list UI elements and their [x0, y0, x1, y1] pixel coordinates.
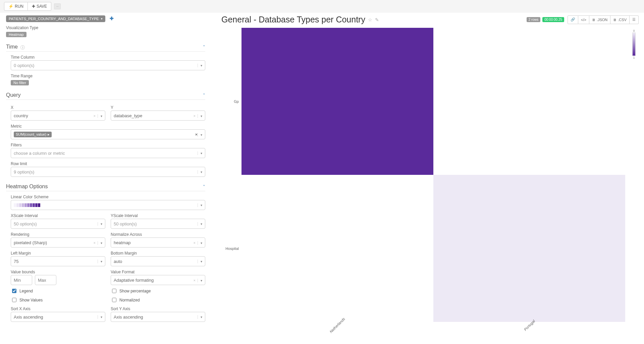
resize-toggle-icon[interactable]: ↔ [54, 3, 61, 9]
rendering-select[interactable]: pixelated (Sharp) ×▾ [11, 237, 105, 248]
chart-title-text: General - Database Types per Country [221, 15, 365, 24]
color-swatches [14, 202, 40, 209]
legend: 0 1 [629, 28, 639, 322]
section-time-title: Time [6, 44, 18, 50]
csv-label: .CSV [618, 18, 627, 22]
normalize-label: Normalize Across [111, 232, 205, 237]
chevron-down-icon: ▾ [198, 315, 202, 319]
x-value: country [14, 113, 28, 118]
colorscheme-select[interactable]: ▾ [11, 200, 205, 210]
sorty-label: Sort Y Axis [111, 306, 205, 311]
bottommargin-select[interactable]: auto ▾ [111, 256, 205, 266]
normalize-select[interactable]: heatmap ×▾ [111, 237, 205, 248]
x-label-0: Netherlands [241, 322, 433, 339]
xscale-value: 50 option(s) [14, 221, 37, 226]
showpct-checkbox[interactable]: Show percentage [111, 288, 205, 294]
clear-icon[interactable]: × [94, 241, 96, 245]
showvals-checkbox[interactable]: Show Values [11, 297, 105, 303]
link-button[interactable]: 🔗 [568, 15, 578, 24]
datasource-row: PATIENTS_PER_COUNTRY_AND_DATABASE_TYPE ▾… [6, 15, 205, 22]
legend-max: 1 [633, 56, 635, 59]
edit-icon[interactable]: ✎ [375, 17, 379, 22]
xscale-select[interactable]: 50 option(s) ▾ [11, 219, 105, 229]
filters-placeholder: choose a column or metric [14, 151, 65, 156]
star-icon[interactable]: ☆ [368, 17, 372, 22]
plus-icon: ✚ [32, 4, 35, 9]
csv-button[interactable]: 🗎.CSV [610, 15, 630, 24]
json-label: .JSON [597, 18, 607, 22]
y-select[interactable]: database_type ×▾ [111, 111, 205, 121]
heatmap-cell [433, 175, 625, 322]
section-time[interactable]: Time i ˄ [6, 44, 205, 52]
rendering-label: Rendering [11, 232, 105, 237]
legend-gradient [632, 32, 636, 56]
sortx-select[interactable]: Axis ascending ▾ [11, 312, 105, 322]
clear-icon[interactable]: × [194, 241, 196, 245]
bottommargin-label: Bottom Margin [111, 251, 205, 256]
topbar: ⚡ RUN ✚ SAVE ↔ [0, 0, 644, 13]
save-button[interactable]: ✚ SAVE [28, 2, 51, 11]
heatmap-cell [433, 28, 625, 175]
embed-button[interactable]: </> [578, 15, 589, 24]
y-label-1: Hospital [221, 175, 241, 322]
chart-panel: General - Database Types per Country ☆ ✎… [211, 13, 644, 344]
chevron-up-icon[interactable]: ˄ [203, 93, 205, 98]
add-datasource-icon[interactable]: ✚ [110, 16, 114, 21]
menu-button[interactable]: ☰ [630, 15, 639, 24]
normalize-value: heatmap [114, 240, 131, 245]
xscale-label: XScale Interval [11, 213, 105, 218]
time-column-select[interactable]: 0 option(s) ▾ [11, 60, 205, 70]
heatmap-cell [241, 28, 433, 175]
time-badge: 00:00:00.25 [542, 17, 564, 22]
valueformat-select[interactable]: Adaptative formating ×▾ [111, 275, 205, 285]
x-select[interactable]: country ×▾ [11, 111, 105, 121]
rendering-value: pixelated (Sharp) [14, 240, 47, 245]
yscale-value: 50 option(s) [114, 221, 137, 226]
viz-type-label: Visualization Type [6, 25, 205, 30]
time-range-pill[interactable]: No filter [11, 80, 29, 85]
yscale-label: YScale Interval [111, 213, 205, 218]
chevron-up-icon[interactable]: ˄ [203, 184, 205, 189]
metric-label: Metric [11, 124, 205, 129]
viz-type-pill[interactable]: Heatmap [6, 32, 26, 37]
json-button[interactable]: 🗎.JSON [589, 15, 610, 24]
chevron-down-icon: ▾ [198, 64, 202, 67]
section-heatmap[interactable]: Heatmap Options ˄ [6, 184, 205, 191]
bolt-icon: ⚡ [8, 4, 13, 9]
file-icon: 🗎 [613, 18, 617, 22]
filters-select[interactable]: choose a column or metric ▾ [11, 148, 205, 158]
leftmargin-select[interactable]: 75 ▾ [11, 256, 105, 266]
info-icon: i [20, 45, 25, 50]
datasource-pill[interactable]: PATIENTS_PER_COUNTRY_AND_DATABASE_TYPE ▾ [6, 15, 105, 22]
metric-value: SUM(count_value) [16, 132, 46, 136]
yscale-select[interactable]: 50 option(s) ▾ [111, 219, 205, 229]
chart-title: General - Database Types per Country ☆ ✎ [221, 15, 379, 24]
section-query[interactable]: Query ˄ [6, 92, 205, 100]
rowlimit-select[interactable]: 9 option(s) ▾ [11, 167, 205, 177]
chevron-up-icon[interactable]: ˄ [203, 45, 205, 50]
normalized-checkbox[interactable]: Normalized [111, 297, 205, 303]
chevron-down-icon: ▾ [98, 222, 102, 226]
metric-select[interactable]: SUM(count_value) ▸ ×▾ [11, 129, 205, 139]
save-label: SAVE [37, 4, 47, 9]
clear-icon[interactable]: × [94, 114, 96, 118]
y-label-0: Gp [221, 28, 241, 175]
chevron-down-icon: ▾ [198, 133, 202, 137]
sorty-value: Axis ascending [114, 315, 143, 320]
code-icon: </> [581, 18, 586, 22]
rowlimit-label: Row limit [11, 161, 205, 166]
run-button[interactable]: ⚡ RUN [4, 2, 28, 11]
sortx-label: Sort X Axis [11, 306, 105, 311]
max-input[interactable] [35, 275, 56, 285]
clear-icon[interactable]: × [195, 132, 198, 137]
legend-label: Legend [19, 289, 33, 293]
chevron-down-icon: ▾ [98, 260, 102, 263]
min-input[interactable] [11, 275, 32, 285]
sorty-select[interactable]: Axis ascending ▾ [111, 312, 205, 322]
x-label-1: Portugal [433, 322, 625, 339]
clear-icon[interactable]: × [194, 278, 196, 282]
legend-checkbox[interactable]: Legend [11, 288, 105, 294]
sortx-value: Axis ascending [14, 315, 43, 320]
clear-icon[interactable]: × [194, 114, 196, 118]
x-axis: Netherlands Portugal [221, 322, 639, 339]
